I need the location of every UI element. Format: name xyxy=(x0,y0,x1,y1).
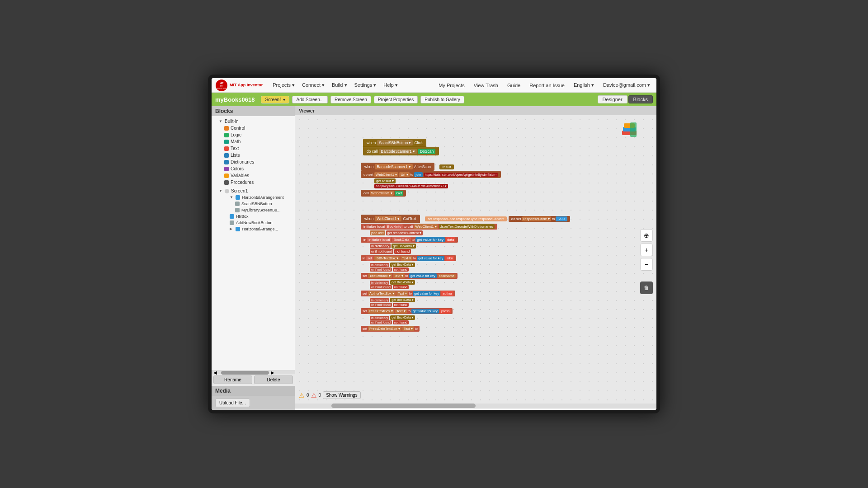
add-screen-btn[interactable]: Add Screen... xyxy=(292,96,328,103)
data-key-block[interactable]: data xyxy=(446,237,456,242)
zoom-out-btn[interactable]: − xyxy=(640,258,653,271)
scroll-thumb[interactable] xyxy=(221,371,269,375)
nav-build[interactable]: Build ▾ xyxy=(329,81,350,89)
upload-file-btn[interactable]: Upload File... xyxy=(215,399,250,407)
init-bookinfo-block[interactable]: initialize local BookInfo to call WebCli… xyxy=(361,224,497,230)
scan-btn-ref[interactable]: ScanISBNButton ▾ xyxy=(377,140,413,145)
author-text-prop[interactable]: Text ▾ xyxy=(396,291,408,296)
sidebar-horizontal-arr-2[interactable]: ▶ HorizontalArrange... xyxy=(212,226,295,232)
barcode-scanner-ref[interactable]: BarcodeScanner1 ▾ xyxy=(379,149,417,154)
get-val-isbn-block[interactable]: get value for key xyxy=(417,256,444,261)
webclient-ref[interactable]: WebClient1 ▾ xyxy=(374,172,398,177)
sidebar-item-lists[interactable]: Lists xyxy=(212,152,295,159)
isbn-text-prop[interactable]: Text ▾ xyxy=(401,256,412,261)
set-press-block[interactable]: set PressTextBox ▾ Text ▾ to get value f… xyxy=(361,308,453,314)
result-var-block[interactable]: result xyxy=(439,164,454,169)
get-respcontent-block[interactable]: get responseContent ▾ xyxy=(386,230,423,235)
set-responsecode-block[interactable]: do set responseCode ▾ to 200 xyxy=(509,216,570,222)
isbn-textbox-ref[interactable]: ISBNTextBox ▾ xyxy=(374,256,400,261)
show-warnings-btn[interactable]: Show Warnings xyxy=(323,391,361,399)
isbn-key-block[interactable]: isbn xyxy=(445,256,454,261)
url-prop[interactable]: Url ▾ xyxy=(399,172,409,177)
sidebar-item-variables[interactable]: Variables xyxy=(212,172,295,179)
get-result-block[interactable]: get result ▾ xyxy=(374,178,396,183)
screen1-btn[interactable]: Screen1 ▾ xyxy=(261,96,289,103)
nav-my-projects[interactable]: My Projects xyxy=(436,81,467,89)
bottom-scrollbar[interactable] xyxy=(295,404,656,408)
not-found-5-block[interactable]: not found xyxy=(393,320,409,324)
sidebar-item-logic[interactable]: Logic xyxy=(212,131,295,138)
when-afterscan-block[interactable]: when BarcodeScanner1 ▾ AfterScan xyxy=(361,163,434,171)
author-textbox-ref[interactable]: AuthorTextBox ▾ xyxy=(368,291,396,296)
sidebar-horizontal-arr-1[interactable]: ▼ HorizontalArrangement xyxy=(212,194,295,201)
sidebar-scrollbar[interactable]: ◀ ▶ xyxy=(212,370,295,374)
not-found-2-block[interactable]: not found xyxy=(393,267,409,272)
trash-btn[interactable]: 🗑 xyxy=(640,282,653,294)
nav-language[interactable]: English ▾ xyxy=(571,81,597,89)
rename-btn[interactable]: Rename xyxy=(213,375,252,384)
get-val-key-block[interactable]: get value for key xyxy=(415,237,445,242)
nav-settings[interactable]: Settings ▾ xyxy=(352,81,379,89)
crosshair-btn[interactable]: ⊕ xyxy=(640,229,653,242)
get-val-author-block[interactable]: get value for key xyxy=(413,291,440,296)
value-200[interactable]: 200 xyxy=(556,216,567,221)
designer-btn[interactable]: Designer xyxy=(598,95,627,103)
get-val-press-block[interactable]: get value for key xyxy=(411,309,439,314)
set-author-block[interactable]: set AuthorTextBox ▾ Text ▾ to get value … xyxy=(361,291,455,296)
get-bookdata-isbn[interactable]: get BookData ▾ xyxy=(390,263,415,267)
scroll-left-btn[interactable]: ◀ xyxy=(213,370,217,375)
get-bookdata-author[interactable]: get BookData ▾ xyxy=(390,298,415,302)
sidebar-mylibrary-btn[interactable]: MyLibraryScreenBu... xyxy=(212,207,295,213)
screen1-section[interactable]: ▼ Screen1 xyxy=(212,188,295,194)
set-pressdate-block[interactable]: set PressDateTextBox ▾ Text ▾ to xyxy=(361,326,420,332)
nav-report-issue[interactable]: Report an Issue xyxy=(527,81,567,89)
do-doscan-block[interactable]: do call BarcodeScanner1 ▾ DoScan xyxy=(363,147,439,155)
pressdate-text-prop[interactable]: Text ▾ xyxy=(402,326,414,331)
sidebar-item-procedures[interactable]: Procedures xyxy=(212,179,295,186)
url-text-block[interactable]: https://data.isbn.work/openApi/getInfoBy… xyxy=(424,173,498,177)
get-bookinfo-block[interactable]: get BookInfo ▾ xyxy=(392,244,416,249)
join-block[interactable]: join xyxy=(414,172,422,177)
bookdata-var[interactable]: BookData xyxy=(392,237,410,242)
when-click-block[interactable]: when ScanISBNButton ▾ Click xyxy=(363,139,426,147)
publish-gallery-btn[interactable]: Publish to Gallery xyxy=(420,96,464,103)
set-title-block[interactable]: set TitleTextBox ▾ Text ▾ to get value f… xyxy=(361,273,458,279)
press-key-block[interactable]: press xyxy=(440,309,451,314)
call-get-block[interactable]: call WebClient1 ▾ Get xyxy=(361,190,406,197)
set-webclient-url-block[interactable]: do set WebClient1 ▾ Url ▾ to join https:… xyxy=(361,171,501,178)
sidebar-item-dictionaries[interactable]: Dictionaries xyxy=(212,159,295,165)
nav-guide[interactable]: Guide xyxy=(505,81,523,89)
when-gottext-block[interactable]: when WebClient1 ▾ GotText xyxy=(361,215,420,223)
init-bookdata-var[interactable]: initialize local xyxy=(367,237,391,242)
nav-user-email[interactable]: Davice@gmail.com ▾ xyxy=(600,81,653,89)
title-text-prop[interactable]: Text ▾ xyxy=(393,273,405,278)
builtin-section[interactable]: ▼ Built-in xyxy=(212,118,295,125)
sidebar-htrbox[interactable]: HtrBox xyxy=(212,213,295,220)
press-text-prop[interactable]: Text ▾ xyxy=(395,309,407,314)
set-isbn-block[interactable]: in set ISBNTextBox ▾ Text ▾ to get value… xyxy=(361,255,456,261)
sidebar-scan-isbn-btn[interactable]: ScanISBNButton xyxy=(212,201,295,207)
sidebar-item-math[interactable]: Math xyxy=(212,138,295,145)
scroll-right-btn[interactable]: ▶ xyxy=(271,370,274,375)
nav-view-trash[interactable]: View Trash xyxy=(471,81,501,89)
blocks-btn[interactable]: Blocks xyxy=(628,95,653,103)
delete-btn[interactable]: Delete xyxy=(254,375,293,384)
title-textbox-ref[interactable]: TitleTextBox ▾ xyxy=(368,273,392,278)
sidebar-item-text[interactable]: Text xyxy=(212,145,295,152)
accessibility-link[interactable]: Accessibility: accessibility.mit.edu xyxy=(477,409,538,410)
nav-projects[interactable]: Projects ▾ xyxy=(270,81,297,89)
zoom-in-btn[interactable]: + xyxy=(640,244,653,256)
appkey-block[interactable]: &appKey=ae1718d4587744b0b79f940fbef69e77… xyxy=(374,184,448,188)
set-vars-block[interactable]: set responseCode responseType responseCo… xyxy=(425,216,507,221)
responsecode-ref[interactable]: responseCode ▾ xyxy=(522,216,551,221)
backpack-icon[interactable] xyxy=(618,118,640,140)
nav-connect[interactable]: Connect ▾ xyxy=(299,81,327,89)
in-block[interactable]: in initialize local BookData to get valu… xyxy=(361,237,458,243)
doscan-method[interactable]: DoScan xyxy=(418,149,435,154)
get-method[interactable]: Get xyxy=(395,191,403,196)
webclient-gottext-ref[interactable]: WebClient1 ▾ xyxy=(375,216,401,221)
sidebar-item-control[interactable]: Control xyxy=(212,125,295,131)
remove-screen-btn[interactable]: Remove Screen xyxy=(330,96,371,103)
pressdate-textbox-ref[interactable]: PressDateTextBox ▾ xyxy=(368,326,401,331)
bottom-scroll-thumb[interactable] xyxy=(331,404,476,408)
